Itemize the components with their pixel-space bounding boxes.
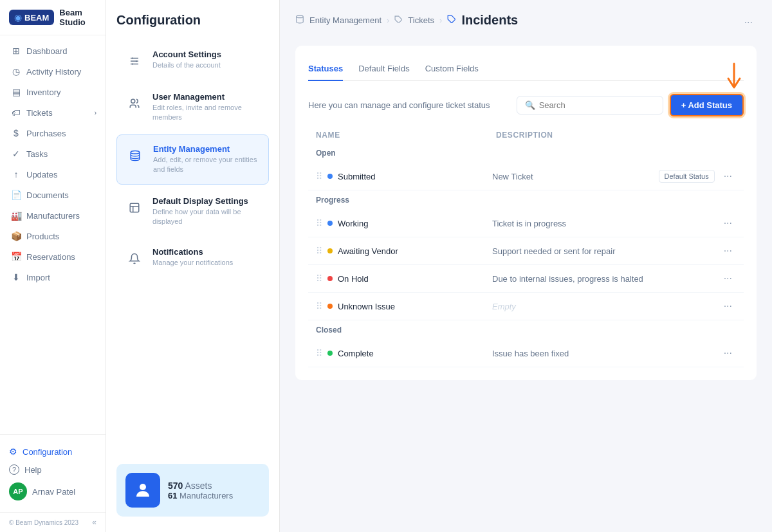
drag-handle-icon[interactable]: ⠿ (316, 348, 322, 358)
sidebar-item-label: Configuration (23, 447, 72, 457)
sidebar-item-import[interactable]: ⬇ Import (0, 267, 106, 288)
import-icon: ⬇ (11, 272, 21, 282)
entity-management-icon (125, 145, 145, 166)
tab-default-fields[interactable]: Default Fields (358, 59, 409, 81)
sidebar-item-purchases[interactable]: $ Purchases (0, 123, 106, 143)
sidebar-item-label: Manufacturers (26, 211, 80, 221)
section-label-progress: Progress (308, 190, 744, 210)
user-management-desc: Edit roles, invite and remove members (152, 103, 261, 123)
status-dot-red (327, 276, 333, 281)
config-panel-title: Configuration (116, 13, 269, 28)
col-header-description: Description (496, 131, 736, 140)
section-label-open: Open (308, 143, 744, 163)
sidebar-item-activity-history[interactable]: ◷ Activity History (0, 61, 106, 82)
row-more-button-submitted[interactable]: ··· (720, 169, 736, 183)
content-card: Statuses Default Fields Custom Fields He… (295, 46, 757, 380)
assets-count: 570 Assets (168, 481, 233, 491)
sidebar-item-label: Products (26, 232, 59, 241)
sidebar-item-manufacturers[interactable]: 🏭 Manufacturers (0, 205, 106, 226)
svg-point-9 (140, 484, 146, 490)
sidebar-item-label: Reservations (26, 252, 75, 262)
row-desc-awaiting-vendor: Support needed or sent for repair (492, 246, 720, 256)
sidebar-item-label: Inventory (26, 87, 60, 97)
row-actions-awaiting-vendor: ··· (720, 244, 736, 258)
tickets-icon-bc (394, 15, 403, 26)
profile-info: 570 Assets 61 Manufacturers (168, 481, 233, 500)
row-name-submitted: Submitted (338, 172, 492, 181)
products-icon: 📦 (11, 231, 21, 241)
row-actions-working: ··· (720, 216, 736, 230)
logo-badge: ◉ BEAM (9, 10, 54, 25)
sidebar-item-products[interactable]: 📦 Products (0, 226, 106, 246)
default-display-desc: Define how your data will be displayed (152, 207, 261, 227)
sidebar-item-configuration[interactable]: ⚙ Configuration (9, 443, 96, 461)
sidebar-item-reservations[interactable]: 📅 Reservations (0, 246, 106, 267)
row-more-button-working[interactable]: ··· (720, 216, 736, 230)
search-box[interactable]: 🔍 (517, 96, 663, 115)
profile-avatar (125, 473, 160, 508)
search-icon: 🔍 (525, 100, 535, 110)
search-input[interactable] (539, 100, 655, 110)
config-item-default-display[interactable]: Default Display Settings Define how your… (116, 187, 269, 236)
table-row: ⠿ On Hold Due to internal issues, progre… (308, 265, 744, 293)
table-row: ⠿ Working Ticket is in progress ··· (308, 210, 744, 237)
header-more-button[interactable]: ··· (740, 15, 757, 30)
status-dot-blue (327, 174, 333, 179)
profile-card: 570 Assets 61 Manufacturers (116, 464, 269, 517)
sidebar-item-tickets[interactable]: 🏷 Tickets › (0, 102, 106, 123)
row-desc-complete: Issue has been fixed (492, 349, 720, 358)
row-more-button-awaiting-vendor[interactable]: ··· (720, 244, 736, 258)
table-row: ⠿ Submitted New Ticket Default Status ··… (308, 163, 744, 190)
default-display-content: Default Display Settings Define how your… (152, 196, 261, 227)
sidebar-user[interactable]: AP Arnav Patel (9, 479, 96, 504)
sidebar-item-dashboard[interactable]: ⊞ Dashboard (0, 41, 106, 61)
account-settings-content: Account Settings Details of the account (152, 50, 221, 70)
sidebar-item-label: Help (24, 465, 42, 475)
svg-point-4 (136, 60, 137, 62)
notifications-desc: Manage your notifications (152, 258, 233, 268)
breadcrumb-entity-management[interactable]: Entity Management (309, 15, 381, 25)
row-more-button-unknown-issue[interactable]: ··· (720, 299, 736, 313)
drag-handle-icon[interactable]: ⠿ (316, 171, 322, 181)
row-desc-working: Ticket is in progress (492, 219, 720, 228)
collapse-button[interactable]: « (92, 518, 96, 527)
row-desc-unknown-issue: Empty (492, 302, 720, 311)
sidebar-item-documents[interactable]: 📄 Documents (0, 185, 106, 205)
col-header-name: Name (316, 131, 496, 140)
sidebar-item-updates[interactable]: ↑ Updates (0, 164, 106, 185)
config-item-notifications[interactable]: Notifications Manage your notifications (116, 238, 269, 278)
footer-copyright: © Beam Dynamics 2023 (9, 519, 78, 526)
row-more-button-complete[interactable]: ··· (720, 346, 736, 360)
breadcrumb-tickets[interactable]: Tickets (408, 15, 434, 25)
sidebar-item-inventory[interactable]: ▤ Inventory (0, 82, 106, 102)
add-status-button[interactable]: + Add Status (670, 94, 744, 116)
drag-handle-icon[interactable]: ⠿ (316, 273, 322, 284)
user-management-content: User Management Edit roles, invite and r… (152, 92, 261, 123)
purchases-icon: $ (11, 128, 21, 138)
drag-handle-icon[interactable]: ⠿ (316, 218, 322, 228)
row-actions-submitted: Default Status ··· (659, 169, 736, 183)
config-item-user-management[interactable]: User Management Edit roles, invite and r… (116, 83, 269, 132)
tab-custom-fields[interactable]: Custom Fields (425, 59, 479, 81)
content-area: Entity Management › Tickets › Incidents … (280, 0, 772, 532)
drag-handle-icon[interactable]: ⠿ (316, 301, 322, 311)
config-item-entity-management[interactable]: Entity Management Add, edit, or remove y… (116, 134, 269, 185)
table-row: ⠿ Awaiting Vendor Support needed or sent… (308, 237, 744, 265)
notifications-content: Notifications Manage your notifications (152, 247, 233, 268)
config-item-account-settings[interactable]: Account Settings Details of the account (116, 41, 269, 80)
table-row: ⠿ Unknown Issue Empty ··· (308, 293, 744, 320)
tab-statuses[interactable]: Statuses (308, 59, 343, 81)
entity-management-desc: Add, edit, or remove your entities and f… (153, 155, 261, 175)
sidebar-item-label: Import (26, 273, 50, 282)
entity-management-title: Entity Management (153, 144, 261, 154)
svg-point-3 (132, 57, 133, 59)
user-name: Arnav Patel (32, 487, 75, 497)
chevron-right-icon: › (95, 109, 96, 116)
sidebar-item-label: Tickets (26, 108, 53, 118)
sidebar-item-help[interactable]: ? Help (9, 461, 96, 479)
logo-text: BEAM (24, 13, 49, 23)
row-more-button-on-hold[interactable]: ··· (720, 271, 736, 286)
table-header: Name Description (308, 127, 744, 143)
sidebar-item-tasks[interactable]: ✓ Tasks (0, 143, 106, 164)
drag-handle-icon[interactable]: ⠿ (316, 246, 322, 256)
